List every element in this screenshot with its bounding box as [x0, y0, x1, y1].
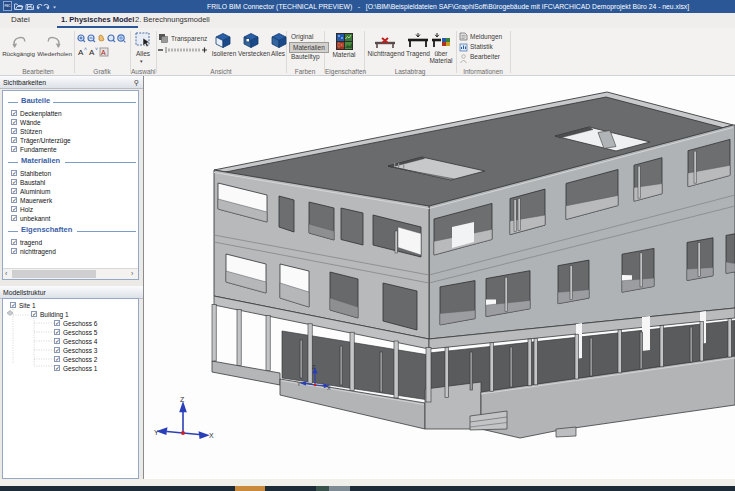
svg-text:Y: Y	[297, 381, 301, 387]
svg-text:Z: Z	[180, 396, 185, 403]
svg-text:˅: ˅	[95, 46, 98, 52]
svg-text:A: A	[101, 49, 106, 56]
svg-text:X: X	[327, 385, 331, 391]
svg-text:Y: Y	[154, 429, 159, 436]
svg-text:˄: ˄	[84, 46, 87, 52]
svg-text:X: X	[209, 432, 214, 439]
